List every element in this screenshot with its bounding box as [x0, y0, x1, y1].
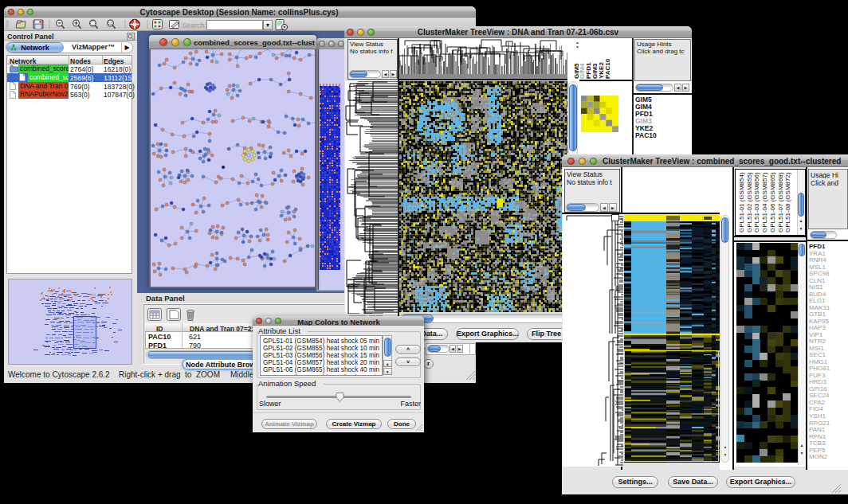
svg-text:1:1: 1:1 [108, 21, 113, 25]
